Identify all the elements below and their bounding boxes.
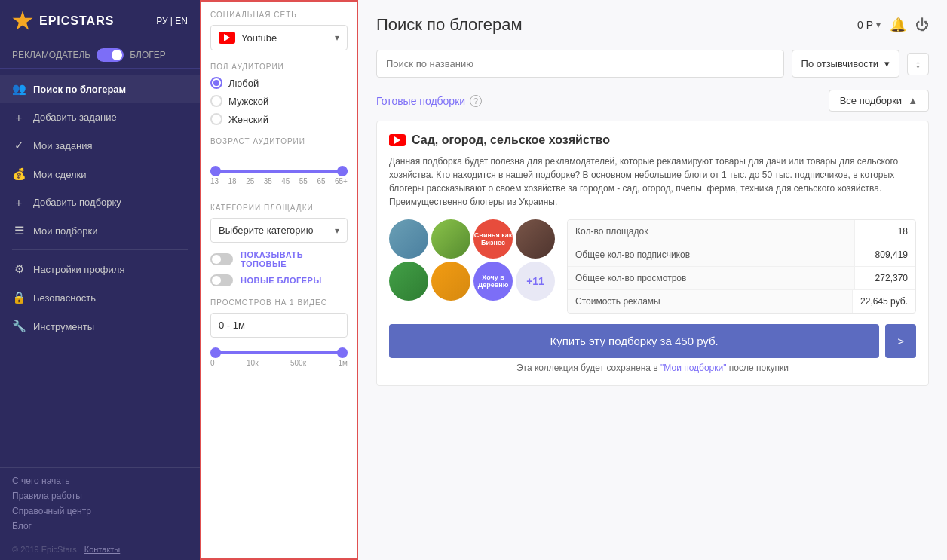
logout-icon[interactable]: ⏻: [915, 17, 929, 33]
stat-value-views: 272,370: [855, 267, 915, 289]
lang-ru[interactable]: РУ: [156, 16, 167, 26]
link-help-center[interactable]: Справочный центр: [12, 506, 188, 516]
filter-panel: СОЦИАЛЬНАЯ СЕТЬ Youtube ▾ ПОЛ АУДИТОРИИ …: [200, 0, 358, 560]
new-bloggers-toggle[interactable]: [210, 274, 233, 286]
views-section: ПРОСМОТРОВ НА 1 ВИДЕО 0 10к 500к 1м: [210, 298, 348, 370]
thumbnail-plus: +11: [516, 262, 555, 301]
help-icon[interactable]: ?: [470, 95, 482, 107]
views-input[interactable]: [210, 313, 348, 338]
nav-label-my-collections: Мои подборки: [33, 225, 98, 237]
lang-en[interactable]: EN: [175, 16, 188, 26]
stat-label-subscribers: Общее кол-во подписчиков: [568, 243, 855, 266]
gear-icon: ⚙: [12, 262, 26, 276]
logo-star-icon: [12, 11, 33, 32]
stat-value-subscribers: 809,419: [855, 243, 915, 266]
radio-female-icon: [210, 113, 222, 125]
lang-switcher[interactable]: РУ | EN: [156, 16, 188, 26]
notifications-bell-icon[interactable]: 🔔: [890, 17, 906, 33]
next-collection-button[interactable]: >: [885, 324, 916, 358]
search-row: По отзывчивости ▾ ↕: [376, 50, 929, 78]
role-toggle-switch[interactable]: [97, 48, 124, 62]
collection-stats-table: Кол-во площадок 18 Общее кол-во подписчи…: [567, 219, 916, 314]
deals-icon: 💰: [12, 167, 26, 181]
gender-male[interactable]: Мужской: [210, 95, 348, 107]
balance-dropdown-icon[interactable]: ▾: [876, 20, 881, 30]
users-icon: 👥: [12, 82, 26, 96]
link-rules[interactable]: Правила работы: [12, 491, 188, 501]
thumbnail-1: [389, 219, 428, 259]
sidebar-item-my-tasks[interactable]: ✓ Мои задания: [0, 131, 200, 160]
views-slider-max-thumb[interactable]: [337, 347, 348, 358]
age-section: ВОЗРАСТ АУДИТОРИИ 13 18 25 35 45 55 65 6…: [210, 137, 348, 191]
show-top-label: ПОКАЗЫВАТЬ ТОПОВЫЕ: [241, 250, 348, 268]
role-toggle-row: РЕКЛАМОДАТЕЛЬ БЛОГЕР: [0, 42, 200, 69]
my-collections-link[interactable]: "Мои подборки": [660, 363, 726, 373]
link-how-to-start[interactable]: С чего начать: [12, 476, 188, 486]
sort-dropdown[interactable]: По отзывчивости ▾: [792, 50, 899, 78]
search-input-wrap[interactable]: [376, 50, 784, 78]
nav-label-search: Поиск по блогерам: [33, 84, 126, 95]
gender-radio-group: Любой Мужской Женский: [210, 77, 348, 125]
sidebar-item-add-collection[interactable]: + Добавить подборку: [0, 188, 200, 216]
radio-any-icon: [210, 77, 222, 89]
show-top-toggle[interactable]: [210, 253, 233, 265]
stat-row-subscribers: Общее кол-во подписчиков 809,419: [568, 243, 915, 267]
thumbnail-3: Свинья как Бизнес: [474, 219, 513, 259]
gender-label: ПОЛ АУДИТОРИИ: [210, 63, 348, 71]
buy-button[interactable]: Купить эту подборку за 450 руб.: [389, 324, 879, 358]
age-slider[interactable]: 13 18 25 35 45 55 65 65+: [210, 151, 348, 191]
sort-order-icon[interactable]: ↕: [907, 53, 929, 75]
nav-items: 👥 Поиск по блогерам + Добавить задание ✓…: [0, 69, 200, 467]
plus-icon: +: [12, 111, 26, 124]
social-network-dropdown[interactable]: Youtube ▾: [210, 25, 348, 50]
views-slider-min-thumb[interactable]: [210, 347, 221, 358]
sidebar-item-profile-settings[interactable]: ⚙ Настройки профиля: [0, 255, 200, 283]
age-label: ВОЗРАСТ АУДИТОРИИ: [210, 137, 348, 145]
header-right: 0 Р ▾ 🔔 ⏻: [857, 17, 929, 33]
stat-value-price: 22,645 руб.: [853, 290, 915, 313]
gender-male-label: Мужской: [228, 96, 268, 107]
collections-label-area[interactable]: Готовые подборки ?: [376, 95, 482, 107]
stat-row-price: Стоимость рекламы 22,645 руб.: [568, 290, 915, 313]
sidebar-item-search-bloggers[interactable]: 👥 Поиск по блогерам: [0, 75, 200, 103]
main-content: Поиск по блогерам 0 Р ▾ 🔔 ⏻ По отзывчиво…: [358, 0, 947, 560]
age-slider-max-thumb[interactable]: [337, 166, 348, 176]
views-slider-labels: 0 10к 500к 1м: [210, 359, 348, 367]
collections-label-text: Готовые подборки: [376, 95, 465, 107]
collection-title: Сад, огород, сельское хозяйство: [389, 133, 916, 147]
gender-section: ПОЛ АУДИТОРИИ Любой Мужской Женский: [210, 63, 348, 125]
age-slider-labels: 13 18 25 35 45 55 65 65+: [210, 177, 348, 185]
thumbnail-4: [516, 219, 555, 259]
sidebar-item-my-deals[interactable]: 💰 Мои сделки: [0, 160, 200, 188]
add-collection-icon: +: [12, 196, 26, 209]
category-section: КАТЕГОРИИ ПЛОЩАДКИ Выберите категорию ▾ …: [210, 203, 348, 286]
sidebar-bottom-links: С чего начать Правила работы Справочный …: [0, 467, 200, 539]
sidebar-item-tools[interactable]: 🔧 Инструменты: [0, 312, 200, 341]
sidebar-item-add-task[interactable]: + Добавить задание: [0, 103, 200, 131]
all-collections-button[interactable]: Все подборки ▲: [829, 90, 929, 112]
gender-female[interactable]: Женский: [210, 113, 348, 125]
new-bloggers-label: НОВЫЕ БЛОГЕРЫ: [241, 276, 322, 285]
balance-value: 0 Р: [857, 19, 873, 31]
nav-label-my-tasks: Мои задания: [33, 140, 93, 151]
sidebar-item-my-collections[interactable]: ☰ Мои подборки: [0, 216, 200, 245]
copyright-text: © 2019 EpicStars: [12, 545, 77, 554]
nav-label-profile-settings: Настройки профиля: [33, 264, 124, 275]
role-blogger-label: БЛОГЕР: [130, 50, 166, 60]
stat-label-views: Общее кол-во просмотров: [568, 267, 855, 289]
nav-label-my-deals: Мои сделки: [33, 169, 87, 180]
gender-any[interactable]: Любой: [210, 77, 348, 89]
buy-note-suffix: после покупки: [727, 363, 789, 373]
category-dropdown[interactable]: Выберите категорию ▾: [210, 218, 348, 243]
age-slider-min-thumb[interactable]: [210, 166, 221, 176]
views-slider[interactable]: 0 10к 500к 1м: [210, 344, 348, 370]
search-input[interactable]: [386, 58, 774, 69]
nav-divider: [12, 249, 188, 250]
sidebar-item-security[interactable]: 🔒 Безопасность: [0, 283, 200, 312]
show-top-toggle-row: ПОКАЗЫВАТЬ ТОПОВЫЕ: [210, 250, 348, 268]
contacts-link[interactable]: Контакты: [84, 545, 121, 554]
category-placeholder: Выберите категорию: [219, 225, 329, 236]
new-bloggers-toggle-row: НОВЫЕ БЛОГЕРЫ: [210, 274, 348, 286]
link-blog[interactable]: Блог: [12, 521, 188, 531]
social-network-label: СОЦИАЛЬНАЯ СЕТЬ: [210, 11, 348, 19]
